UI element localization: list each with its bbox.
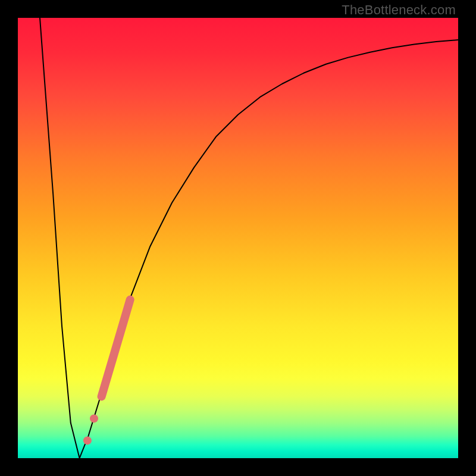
bottleneck-curve	[40, 18, 458, 458]
plot-area	[18, 18, 458, 458]
salmon-dot-2	[83, 436, 92, 444]
salmon-dot-1	[90, 414, 98, 422]
salmon-segment	[102, 300, 130, 397]
curve-layer	[40, 18, 458, 458]
watermark-text: TheBottleneck.com	[342, 2, 456, 18]
chart-frame: TheBottleneck.com	[0, 0, 476, 476]
chart-svg	[18, 18, 458, 458]
